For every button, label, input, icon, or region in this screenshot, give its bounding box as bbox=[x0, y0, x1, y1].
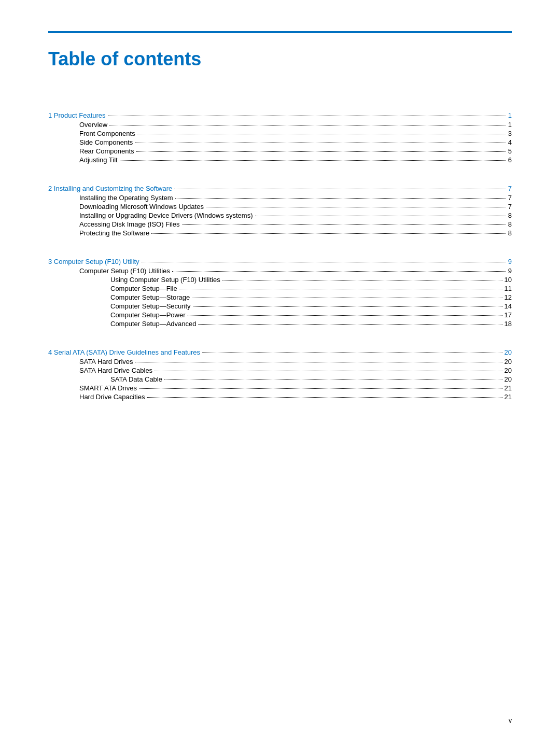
chapter-1-sub-5-dots bbox=[120, 160, 506, 162]
chapter-2-sub-1-dots bbox=[175, 198, 506, 200]
chapter-2-label: 2 Installing and Customizing the Softwar… bbox=[48, 185, 172, 192]
chapter-4-sub-4-dots bbox=[139, 388, 502, 390]
chapter-1-sub-4-label: Rear Components bbox=[79, 147, 134, 155]
chapter-1-sub-5-label: Adjusting Tilt bbox=[79, 156, 118, 164]
chapter-4-sub-4-page: 21 bbox=[505, 384, 512, 392]
toc-chapter-3-sub-5: Computer Setup—Security14 bbox=[48, 302, 512, 310]
chapter-3-sub-4-dots bbox=[192, 298, 502, 300]
chapter-1-page: 1 bbox=[508, 111, 512, 119]
chapter-3-sub-5-label: Computer Setup—Security bbox=[110, 302, 191, 310]
toc-chapter-4-sub-5: Hard Drive Capacities21 bbox=[48, 393, 512, 401]
chapter-4-sub-5-dots bbox=[147, 397, 502, 399]
toc-chapter-3: 3 Computer Setup (F10) Utility9 bbox=[48, 258, 512, 265]
chapter-3-sub-6-label: Computer Setup—Power bbox=[110, 311, 186, 319]
chapter-1-sub-4-dots bbox=[136, 151, 506, 153]
chapter-4-sub-5-label: Hard Drive Capacities bbox=[79, 393, 145, 401]
chapter-3-sub-7-label: Computer Setup—Advanced bbox=[110, 320, 196, 328]
chapter-3-sub-5-page: 14 bbox=[505, 302, 512, 310]
chapter-1-sub-5-page: 6 bbox=[508, 156, 512, 164]
chapter-1-sub-1-label: Overview bbox=[79, 121, 107, 129]
chapter-3-sub-1-dots bbox=[172, 271, 506, 273]
toc-chapter-4-sub-1: SATA Hard Drives20 bbox=[48, 358, 512, 366]
chapter-2-dots bbox=[174, 189, 506, 191]
chapter-4-sub-4-label: SMART ATA Drives bbox=[79, 384, 137, 392]
chapter-1-sub-3-page: 4 bbox=[508, 138, 512, 146]
chapter-3-sub-4-page: 12 bbox=[505, 293, 512, 301]
chapter-1-sub-4-page: 5 bbox=[508, 147, 512, 155]
chapter-3-sub-1-page: 9 bbox=[508, 267, 512, 275]
chapter-2-sub-2-page: 7 bbox=[508, 203, 512, 210]
chapter-3-dots bbox=[142, 262, 506, 264]
chapter-2-sub-3-page: 8 bbox=[508, 212, 512, 219]
chapter-4-sub-3-page: 20 bbox=[505, 375, 512, 383]
toc-chapter-3-sub-6: Computer Setup—Power17 bbox=[48, 311, 512, 319]
toc-chapter-1-sub-4: Rear Components5 bbox=[48, 147, 512, 155]
top-border bbox=[48, 31, 512, 33]
toc-chapter-4: 4 Serial ATA (SATA) Drive Guidelines and… bbox=[48, 348, 512, 356]
toc-chapter-3-sub-1: Computer Setup (F10) Utilities9 bbox=[48, 267, 512, 275]
chapter-3-sub-4-label: Computer Setup—Storage bbox=[110, 293, 190, 301]
page-title: Table of contents bbox=[48, 48, 512, 70]
chapter-3-page: 9 bbox=[508, 258, 512, 265]
chapter-2-sub-1-page: 7 bbox=[508, 194, 512, 202]
chapter-3-sub-7-dots bbox=[198, 324, 502, 326]
chapter-3-sub-7-page: 18 bbox=[505, 320, 512, 328]
toc-chapter-1-sub-3: Side Components4 bbox=[48, 138, 512, 146]
toc-chapter-4-sub-2: SATA Hard Drive Cables20 bbox=[48, 367, 512, 374]
chapter-3-sub-2-label: Using Computer Setup (F10) Utilities bbox=[110, 276, 220, 284]
toc-chapter-3-sub-7: Computer Setup—Advanced18 bbox=[48, 320, 512, 328]
toc-chapter-1-sub-2: Front Components3 bbox=[48, 130, 512, 137]
toc-chapter-3-sub-2: Using Computer Setup (F10) Utilities10 bbox=[48, 276, 512, 284]
spacer-after-chapter-3 bbox=[48, 329, 512, 338]
toc-chapter-4-sub-4: SMART ATA Drives21 bbox=[48, 384, 512, 392]
chapter-2-sub-5-page: 8 bbox=[508, 229, 512, 237]
chapter-3-sub-2-page: 10 bbox=[505, 276, 512, 284]
chapter-3-sub-5-dots bbox=[193, 306, 502, 308]
chapter-4-sub-5-page: 21 bbox=[505, 393, 512, 401]
chapter-3-sub-3-label: Computer Setup—File bbox=[110, 285, 177, 292]
chapter-1-sub-3-label: Side Components bbox=[79, 138, 133, 146]
spacer-after-chapter-4 bbox=[48, 402, 512, 411]
chapter-1-sub-2-dots bbox=[137, 134, 506, 136]
toc-chapter-2-sub-1: Installing the Operating System7 bbox=[48, 194, 512, 202]
chapter-3-sub-2-dots bbox=[222, 280, 502, 282]
chapter-2-sub-5-dots bbox=[151, 233, 506, 235]
toc-chapter-4-sub-3: SATA Data Cable20 bbox=[48, 375, 512, 383]
chapter-4-sub-2-page: 20 bbox=[505, 367, 512, 374]
chapter-4-sub-3-dots bbox=[164, 379, 502, 382]
chapter-2-sub-2-dots bbox=[206, 207, 506, 209]
toc-chapter-2-sub-5: Protecting the Software8 bbox=[48, 229, 512, 237]
chapter-1-sub-2-page: 3 bbox=[508, 130, 512, 137]
chapter-3-sub-3-dots bbox=[179, 289, 502, 291]
chapter-4-sub-2-label: SATA Hard Drive Cables bbox=[79, 367, 152, 374]
chapter-2-sub-4-dots bbox=[182, 224, 506, 227]
chapter-2-sub-4-label: Accessing Disk Image (ISO) Files bbox=[79, 220, 180, 228]
chapter-3-sub-1-label: Computer Setup (F10) Utilities bbox=[79, 267, 170, 275]
chapter-2-sub-2-label: Downloading Microsoft Windows Updates bbox=[79, 203, 204, 210]
chapter-4-dots bbox=[202, 353, 502, 355]
toc-content: 1 Product Features1Overview1Front Compon… bbox=[48, 111, 512, 411]
chapter-1-sub-2-label: Front Components bbox=[79, 130, 135, 137]
spacer-after-chapter-1 bbox=[48, 165, 512, 174]
chapter-2-sub-4-page: 8 bbox=[508, 220, 512, 228]
toc-chapter-3-sub-4: Computer Setup—Storage12 bbox=[48, 293, 512, 301]
toc-chapter-1-sub-1: Overview1 bbox=[48, 121, 512, 129]
toc-chapter-3-sub-3: Computer Setup—File11 bbox=[48, 285, 512, 292]
toc-chapter-2-sub-2: Downloading Microsoft Windows Updates7 bbox=[48, 203, 512, 210]
toc-chapter-2-sub-3: Installing or Upgrading Device Drivers (… bbox=[48, 212, 512, 219]
spacer-after-chapter-2 bbox=[48, 238, 512, 247]
toc-chapter-1-sub-5: Adjusting Tilt6 bbox=[48, 156, 512, 164]
chapter-4-sub-3-label: SATA Data Cable bbox=[110, 375, 162, 383]
chapter-3-sub-6-dots bbox=[188, 315, 502, 317]
chapter-2-sub-5-label: Protecting the Software bbox=[79, 229, 149, 237]
chapter-3-label: 3 Computer Setup (F10) Utility bbox=[48, 258, 139, 265]
toc-chapter-2-sub-4: Accessing Disk Image (ISO) Files8 bbox=[48, 220, 512, 228]
chapter-4-page: 20 bbox=[505, 348, 512, 356]
page-number-bottom: v bbox=[509, 717, 512, 724]
chapter-2-sub-3-label: Installing or Upgrading Device Drivers (… bbox=[79, 212, 253, 219]
chapter-2-sub-3-dots bbox=[255, 216, 506, 218]
chapter-3-sub-3-page: 11 bbox=[505, 285, 512, 292]
toc-chapter-2: 2 Installing and Customizing the Softwar… bbox=[48, 185, 512, 192]
chapter-2-page: 7 bbox=[508, 185, 512, 192]
chapter-4-label: 4 Serial ATA (SATA) Drive Guidelines and… bbox=[48, 348, 200, 356]
